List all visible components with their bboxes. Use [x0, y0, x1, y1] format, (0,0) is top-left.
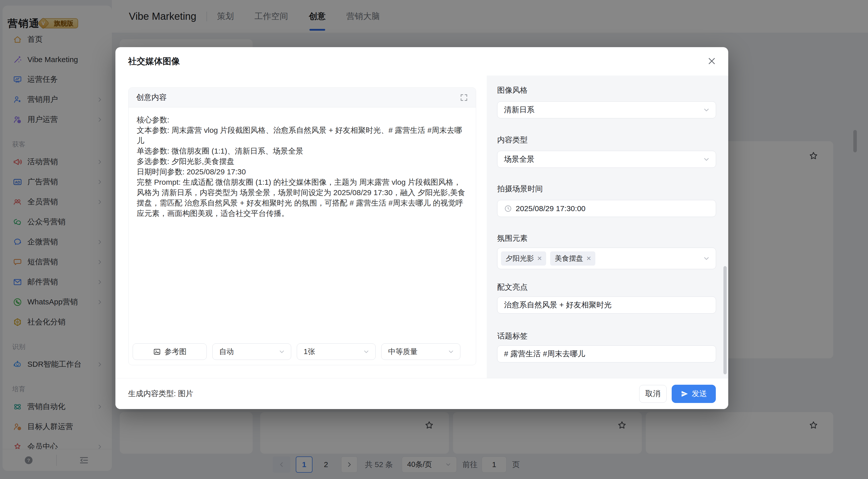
image-count-value: 1张	[304, 347, 315, 357]
content-line: 日期时间参数: 2025/08/29 17:30	[137, 167, 468, 177]
generate-mode-value: 自动	[219, 347, 234, 357]
chevron-down-icon	[703, 156, 710, 163]
atmosphere-tag[interactable]: 美食摆盘✕	[550, 251, 595, 266]
generate-mode-select[interactable]: 自动	[212, 343, 291, 360]
hashtag-input[interactable]	[504, 350, 709, 358]
scene-time-input[interactable]	[516, 204, 709, 213]
content-line: 文本参数: 周末露营 vlog 片段截图风格、治愈系自然风景 + 好友相聚时光、…	[137, 125, 468, 146]
tag-remove-icon[interactable]: ✕	[586, 255, 591, 262]
generation-type-label: 生成内容类型: 图片	[128, 388, 639, 399]
reference-image-button[interactable]: 参考图	[133, 343, 207, 360]
caption-field	[497, 297, 716, 313]
send-button-label: 发送	[692, 388, 707, 399]
atmosphere-multiselect[interactable]: 夕阳光影✕美食摆盘✕	[497, 248, 716, 269]
content-line: 单选参数: 微信朋友圈 (1:1)、清新日系、场景全景	[137, 146, 468, 156]
tag-remove-icon[interactable]: ✕	[537, 255, 542, 262]
send-plane-icon	[681, 390, 689, 398]
hashtag-label: 话题标签	[497, 332, 716, 341]
creative-content-title: 创意内容	[136, 92, 167, 103]
cancel-button[interactable]: 取消	[639, 385, 666, 403]
image-icon	[153, 348, 161, 356]
panel-scrollbar[interactable]	[723, 266, 727, 374]
atmosphere-tags: 夕阳光影✕美食摆盘✕	[501, 251, 599, 266]
content-type-select[interactable]: 场景全景	[497, 151, 716, 168]
content-line: 核心参数:	[137, 114, 468, 125]
modal-title: 社交媒体图像	[128, 56, 180, 67]
content-type-value: 场景全景	[504, 154, 534, 165]
image-style-value: 清新日系	[504, 105, 534, 115]
chevron-down-icon	[703, 106, 710, 114]
chevron-down-icon	[447, 348, 455, 355]
send-button[interactable]: 发送	[672, 385, 716, 403]
modal-footer: 生成内容类型: 图片 取消 发送	[116, 378, 728, 409]
chevron-down-icon	[703, 255, 710, 262]
content-line: 多选参数: 夕阳光影,美食摆盘	[137, 156, 468, 167]
caption-label: 配文亮点	[497, 282, 716, 292]
hashtag-field	[497, 345, 716, 363]
atmosphere-label: 氛围元素	[497, 234, 716, 243]
quality-value: 中等质量	[388, 347, 417, 357]
image-parameters-panel: 图像风格 清新日系 内容类型 场景全景 拍摄场景时间	[487, 75, 728, 378]
creative-content-header: 创意内容	[129, 88, 476, 107]
chevron-down-icon	[363, 348, 370, 355]
image-style-label: 图像风格	[497, 85, 716, 95]
caption-input[interactable]	[504, 301, 709, 309]
expand-icon[interactable]	[460, 93, 468, 102]
generation-controls: 参考图 自动 1张 中等质量	[133, 343, 460, 360]
close-icon[interactable]	[706, 56, 717, 66]
creative-content-text: 核心参数:文本参数: 周末露营 vlog 片段截图风格、治愈系自然风景 + 好友…	[129, 108, 476, 218]
quality-select[interactable]: 中等质量	[381, 343, 460, 360]
chevron-down-icon	[278, 348, 285, 355]
atmosphere-tag[interactable]: 夕阳光影✕	[501, 251, 546, 266]
scene-time-field	[497, 200, 716, 217]
content-line: 完整 Prompt: 生成适配 微信朋友圈 (1:1) 的社交媒体图像，主题为 …	[137, 177, 468, 218]
social-media-image-modal: 社交媒体图像 创意内容 核心参数:文本参数: 周末露营 vlog 片段截图风格、…	[116, 47, 728, 409]
creative-content-card: 创意内容 核心参数:文本参数: 周末露营 vlog 片段截图风格、治愈系自然风景…	[128, 88, 476, 365]
image-style-select[interactable]: 清新日系	[497, 101, 716, 118]
content-type-label: 内容类型	[497, 135, 716, 144]
reference-image-label: 参考图	[165, 347, 187, 357]
image-count-select[interactable]: 1张	[297, 343, 376, 360]
scene-time-label: 拍摄场景时间	[497, 184, 716, 193]
clock-icon	[504, 205, 512, 213]
